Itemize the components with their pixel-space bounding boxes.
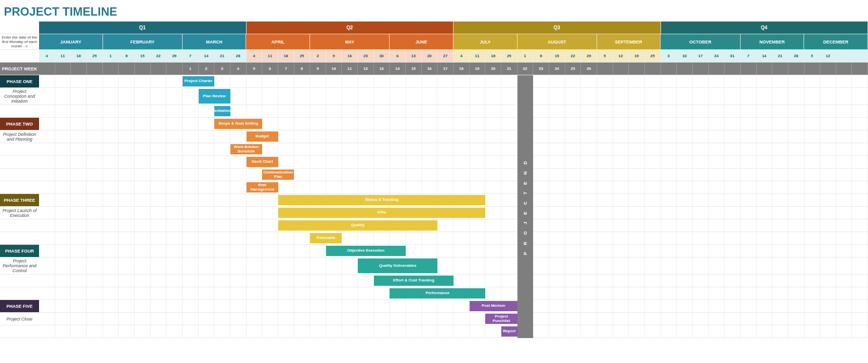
grid-cell xyxy=(661,300,677,312)
task-bar[interactable]: Quality xyxy=(278,220,438,231)
grid-cell xyxy=(230,275,247,287)
grid-cell xyxy=(741,275,757,287)
task-bar[interactable]: Post Mortem xyxy=(470,301,517,311)
grid-cell xyxy=(390,169,406,181)
grid-cell xyxy=(820,287,836,299)
grid-cell xyxy=(724,130,741,143)
grid-cell xyxy=(294,325,310,338)
grid-cell xyxy=(629,232,645,244)
task-bar[interactable]: Status & Tracking xyxy=(278,195,486,205)
task-bar[interactable]: Forecasts xyxy=(310,233,342,243)
task-bar[interactable]: Quality Deliverables xyxy=(358,258,437,273)
task-bar[interactable]: Scope & Goal Setting xyxy=(214,119,262,129)
task-bar[interactable]: Project Charter xyxy=(183,76,214,86)
grid-cell xyxy=(262,313,278,325)
grid-cell xyxy=(581,118,597,130)
grid-cell xyxy=(151,232,167,244)
task-bar[interactable]: Performance xyxy=(390,288,485,299)
grid-cell xyxy=(772,325,788,338)
grid-cell xyxy=(214,300,230,312)
grid-cell xyxy=(772,88,788,105)
grid-cell xyxy=(55,181,71,193)
grid-cell xyxy=(199,245,215,257)
task-bar[interactable]: Risk Management xyxy=(247,182,278,192)
grid-cell xyxy=(629,325,645,338)
grid-cell xyxy=(836,325,852,338)
grid-cell xyxy=(422,118,438,130)
grid-cell xyxy=(358,181,374,193)
grid-cell xyxy=(39,325,55,338)
grid-cell xyxy=(581,105,597,117)
grid-cell xyxy=(342,275,358,287)
project-week-cell xyxy=(613,63,629,75)
grid-cell xyxy=(406,118,422,130)
grid-cell xyxy=(326,275,342,287)
task-bar[interactable]: Project Punchlist xyxy=(485,314,517,324)
grid-cell xyxy=(805,130,821,143)
task-bar[interactable]: Objective Execution xyxy=(326,246,406,256)
grid-cell xyxy=(645,245,661,257)
grid-cell xyxy=(326,300,342,312)
day-header: 2 xyxy=(310,50,326,62)
grid-cell xyxy=(549,75,565,87)
project-end-marker: P R O J E C T E N D xyxy=(517,75,534,338)
task-bar[interactable]: Communication Plan xyxy=(262,170,294,180)
grid-cell xyxy=(485,75,501,87)
grid-cell xyxy=(437,169,454,181)
corner xyxy=(0,21,39,34)
grid-cell xyxy=(135,219,151,232)
grid-cell xyxy=(374,105,390,117)
task-bar[interactable]: Work Brkdwn Schedule xyxy=(230,144,262,154)
grid-cell xyxy=(533,156,549,168)
grid-cell xyxy=(501,118,517,130)
grid-cell xyxy=(470,156,486,168)
grid-cell xyxy=(581,287,597,299)
grid-cell xyxy=(454,88,470,105)
grid-cell xyxy=(71,143,87,155)
grid-cell xyxy=(183,118,199,130)
grid-cell xyxy=(501,156,517,168)
quarter-header: Q4 xyxy=(661,21,868,34)
blank xyxy=(0,275,39,287)
grid-cell xyxy=(693,75,709,87)
project-week-cell xyxy=(151,63,167,75)
grid-cell xyxy=(278,313,294,325)
grid-cell xyxy=(390,105,406,117)
grid-cell xyxy=(55,313,71,325)
project-week-cell: 14 xyxy=(390,63,406,75)
grid-cell xyxy=(166,169,183,181)
grid-cell xyxy=(661,88,677,105)
task-bar[interactable]: KPIs xyxy=(278,208,486,218)
grid-cell xyxy=(119,313,135,325)
grid-cell xyxy=(645,130,661,143)
grid-cell xyxy=(629,257,645,274)
grid-cell xyxy=(166,325,183,338)
grid-cell xyxy=(358,75,374,87)
grid-cell xyxy=(805,181,821,193)
grid-cell xyxy=(230,88,247,105)
grid-cell xyxy=(565,181,581,193)
project-week-cell xyxy=(757,63,773,75)
day-header: 9 xyxy=(326,50,342,62)
task-bar[interactable]: Budget xyxy=(247,131,278,142)
grid-cell xyxy=(741,118,757,130)
task-bar[interactable]: Plan Review xyxy=(199,89,230,104)
grid-cell xyxy=(581,275,597,287)
day-header: 25 xyxy=(87,50,103,62)
grid-cell xyxy=(358,300,374,312)
grid-cell xyxy=(103,194,119,206)
grid-cell xyxy=(661,245,677,257)
task-bar[interactable]: Initiation xyxy=(214,106,230,116)
project-week-cell: 15 xyxy=(406,63,422,75)
grid-cell xyxy=(39,313,55,325)
grid-cell xyxy=(629,105,645,117)
grid-cell xyxy=(613,287,629,299)
task-bar[interactable]: Effort & Cost Tracking xyxy=(374,276,454,286)
task-bar[interactable]: Report xyxy=(501,326,517,337)
grid-cell xyxy=(501,219,517,232)
task-bar[interactable]: Gantt Chart xyxy=(247,157,278,167)
grid-cell xyxy=(374,130,390,143)
grid-cell xyxy=(549,313,565,325)
grid-cell xyxy=(310,75,326,87)
day-header: 14 xyxy=(199,50,215,62)
